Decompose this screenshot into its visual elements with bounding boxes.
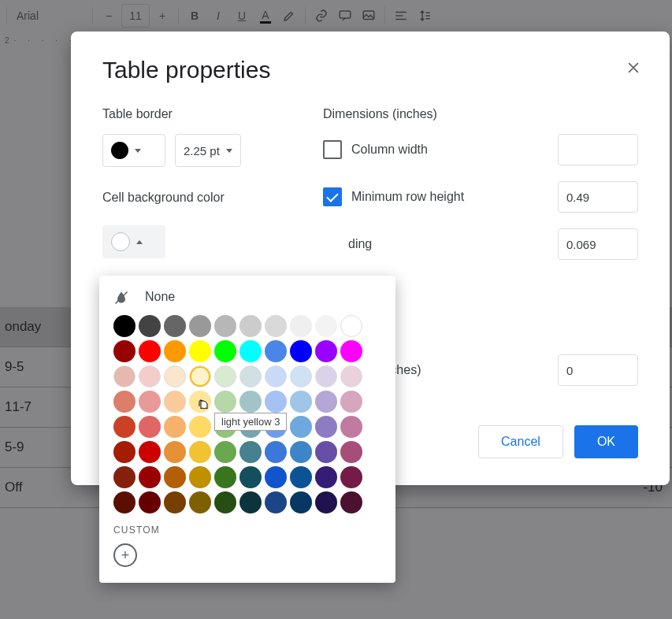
color-swatch[interactable]: [315, 365, 337, 387]
color-swatch[interactable]: [164, 365, 186, 387]
color-swatch[interactable]: [239, 491, 262, 513]
color-swatch[interactable]: [340, 466, 362, 488]
border-width-dropdown[interactable]: 2.25 pt: [175, 134, 241, 167]
color-swatch[interactable]: [189, 416, 211, 438]
color-swatch[interactable]: [340, 340, 362, 362]
color-swatch[interactable]: [290, 491, 312, 513]
color-swatch[interactable]: [290, 365, 312, 387]
color-swatch[interactable]: [189, 391, 211, 413]
color-swatch[interactable]: [290, 315, 312, 337]
min-row-height-label: Minimum row height: [351, 190, 548, 204]
color-swatch[interactable]: [189, 340, 211, 362]
color-swatch[interactable]: [290, 340, 312, 362]
color-swatch[interactable]: [290, 416, 312, 438]
color-swatch-icon: [111, 232, 130, 251]
column-width-input[interactable]: [558, 134, 638, 165]
color-swatch[interactable]: [139, 466, 161, 488]
color-swatch[interactable]: [139, 315, 161, 337]
color-swatch[interactable]: [214, 491, 236, 513]
color-swatch[interactable]: [290, 391, 312, 413]
color-swatch[interactable]: [164, 315, 186, 337]
color-swatch[interactable]: [315, 340, 337, 362]
color-swatch[interactable]: [189, 466, 211, 488]
color-swatch[interactable]: [265, 466, 287, 488]
color-swatch[interactable]: [290, 466, 312, 488]
color-swatch[interactable]: [139, 441, 161, 463]
color-swatch[interactable]: [265, 365, 287, 387]
color-swatch[interactable]: [315, 315, 337, 337]
caret-down-icon: [226, 149, 232, 153]
color-swatch[interactable]: [340, 315, 362, 337]
color-swatch[interactable]: [113, 365, 136, 387]
color-swatch[interactable]: [139, 365, 161, 387]
color-swatch[interactable]: [189, 365, 211, 387]
color-swatch[interactable]: [139, 491, 161, 513]
color-swatch[interactable]: [315, 466, 337, 488]
border-color-dropdown[interactable]: [102, 134, 165, 167]
color-swatch[interactable]: [239, 365, 262, 387]
color-swatch[interactable]: [189, 491, 211, 513]
color-swatch[interactable]: [214, 416, 236, 438]
color-swatch[interactable]: [239, 315, 262, 337]
color-swatch[interactable]: [239, 466, 262, 488]
cancel-button[interactable]: Cancel: [478, 425, 563, 458]
color-swatch[interactable]: [164, 491, 186, 513]
min-row-height-checkbox[interactable]: [323, 187, 342, 206]
color-swatch[interactable]: [265, 391, 287, 413]
color-swatch[interactable]: [315, 491, 337, 513]
color-swatch[interactable]: [340, 491, 362, 513]
color-swatch[interactable]: [214, 340, 236, 362]
column-width-label: Column width: [351, 143, 548, 157]
color-swatch[interactable]: [214, 441, 236, 463]
color-swatch[interactable]: [239, 391, 262, 413]
color-swatch[interactable]: [139, 391, 161, 413]
color-swatch[interactable]: [113, 416, 136, 438]
color-swatch[interactable]: [113, 340, 136, 362]
color-swatch[interactable]: [189, 315, 211, 337]
color-swatch[interactable]: [139, 340, 161, 362]
column-width-checkbox[interactable]: [323, 140, 342, 159]
min-row-height-input[interactable]: [558, 181, 638, 213]
color-swatch[interactable]: [315, 441, 337, 463]
color-swatch[interactable]: [113, 491, 136, 513]
color-swatch[interactable]: [164, 441, 186, 463]
color-swatch[interactable]: [265, 441, 287, 463]
color-swatch[interactable]: [239, 441, 262, 463]
ok-button[interactable]: OK: [574, 425, 638, 458]
color-swatch[interactable]: [164, 340, 186, 362]
caret-up-icon: [136, 240, 143, 244]
color-swatch[interactable]: [164, 391, 186, 413]
color-swatch[interactable]: [214, 466, 236, 488]
color-swatch[interactable]: [265, 416, 287, 438]
color-swatch[interactable]: [265, 491, 287, 513]
color-swatch[interactable]: [113, 315, 136, 337]
color-swatch[interactable]: [164, 466, 186, 488]
color-swatch[interactable]: [315, 416, 337, 438]
custom-section-label: CUSTOM: [113, 524, 381, 536]
color-swatch[interactable]: [189, 441, 211, 463]
left-indent-input[interactable]: [558, 354, 638, 386]
color-swatch[interactable]: [214, 315, 236, 337]
color-swatch[interactable]: [214, 365, 236, 387]
close-button[interactable]: [626, 60, 641, 80]
color-none-option[interactable]: None: [113, 290, 381, 304]
color-swatch[interactable]: [340, 416, 362, 438]
color-swatch[interactable]: [265, 340, 287, 362]
color-swatch[interactable]: [340, 365, 362, 387]
color-swatch[interactable]: [113, 441, 136, 463]
color-swatch[interactable]: [239, 340, 262, 362]
color-swatch[interactable]: [315, 391, 337, 413]
color-swatch[interactable]: [164, 416, 186, 438]
color-swatch[interactable]: [239, 416, 262, 438]
cell-padding-input[interactable]: [558, 228, 638, 260]
color-swatch[interactable]: [340, 391, 362, 413]
add-custom-color-button[interactable]: +: [113, 543, 137, 567]
color-swatch[interactable]: [265, 315, 287, 337]
color-swatch[interactable]: [113, 391, 136, 413]
color-swatch[interactable]: [340, 441, 362, 463]
color-swatch[interactable]: [113, 466, 136, 488]
color-swatch[interactable]: [139, 416, 161, 438]
color-swatch[interactable]: [290, 441, 312, 463]
color-swatch[interactable]: [214, 391, 236, 413]
cell-bg-color-dropdown[interactable]: [102, 225, 165, 258]
